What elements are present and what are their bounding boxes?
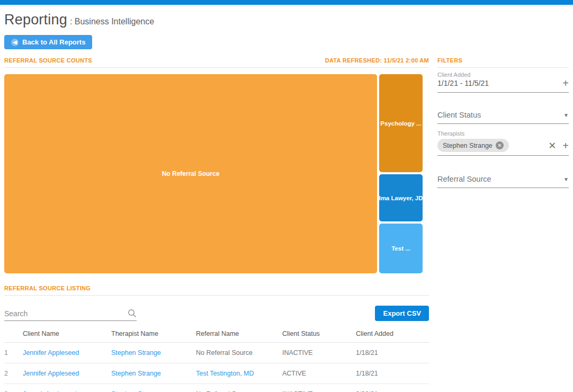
- client-added-label: Client Added: [437, 72, 569, 78]
- listing-section-divider: [4, 295, 429, 296]
- therapist-chip-label: Stephen Strange: [443, 142, 493, 149]
- treemap-node-test[interactable]: Test ...: [379, 224, 423, 273]
- back-arrow-icon: ◀: [11, 39, 19, 46]
- client-added-add-icon[interactable]: +: [562, 78, 569, 88]
- therapists-label: Therapists: [437, 130, 569, 137]
- client-name-link[interactable]: Jennifer Appleseed: [23, 349, 111, 357]
- client-added-cell: 1/18/21: [356, 349, 429, 357]
- client-status-cell: ACTIVE: [282, 370, 356, 377]
- search-field[interactable]: [4, 309, 137, 321]
- therapists-clear-icon[interactable]: ✕: [548, 141, 556, 150]
- treemap-node-no-referral-source[interactable]: No Referral Source: [4, 74, 377, 273]
- data-refreshed-label: DATA REFRESHED: 11/5/21 2:00 AM: [325, 57, 429, 64]
- filter-referral-source[interactable]: Referral Source ▼: [437, 175, 569, 188]
- treemap-node-ima-lawyer[interactable]: Ima Lawyer, JD: [379, 174, 423, 221]
- client-added-value[interactable]: 1/1/21 - 11/5/21: [437, 79, 489, 87]
- therapist-name-link[interactable]: Stephen Strange: [111, 370, 196, 377]
- treemap-right-column: Psychology ... Ima Lawyer, JD Test ...: [379, 74, 423, 273]
- treemap-node-psychology[interactable]: Psychology ...: [379, 74, 423, 172]
- filters-title: FILTERS: [437, 57, 462, 64]
- treemap-node-label: No Referral Source: [162, 170, 220, 177]
- search-icon[interactable]: [128, 309, 137, 318]
- therapist-name-link[interactable]: Stephen Strange: [111, 349, 196, 357]
- table-row: 1 Jennifer Appleseed Stephen Strange No …: [4, 343, 429, 363]
- top-bar-shadow: [0, 5, 573, 7]
- referral-source-label[interactable]: Referral Source: [437, 175, 491, 183]
- back-button-label: Back to All Reports: [22, 38, 85, 46]
- top-nav-bar: [0, 0, 573, 5]
- treemap-node-label: Psychology ...: [380, 120, 421, 127]
- export-csv-button[interactable]: Export CSV: [375, 306, 429, 321]
- referral-source-caret-icon[interactable]: ▼: [563, 176, 569, 182]
- client-status-cell: INACTIVE: [282, 349, 356, 357]
- page-header: Reporting : Business Intelligence: [4, 12, 569, 28]
- filters-divider: [437, 67, 569, 68]
- listing-section-title: REFERRAL SOURCE LISTING: [4, 285, 91, 291]
- row-number: 2: [4, 370, 23, 377]
- client-status-label[interactable]: Client Status: [437, 111, 481, 119]
- therapists-add-icon[interactable]: +: [562, 140, 569, 151]
- treemap-node-label: Test ...: [391, 245, 410, 252]
- referral-name-link[interactable]: Test Testington, MD: [196, 370, 282, 377]
- counts-section-title: REFERRAL SOURCE COUNTS: [4, 57, 92, 64]
- table-header-row: Client Name Therapist Name Referral Name…: [4, 325, 429, 343]
- therapist-chip[interactable]: Stephen Strange ✕: [437, 139, 509, 152]
- referral-source-treemap: No Referral Source Psychology ... Ima La…: [4, 74, 423, 273]
- therapist-chip-remove-icon[interactable]: ✕: [496, 141, 504, 149]
- filter-therapists[interactable]: Therapists Stephen Strange ✕ ✕ +: [437, 130, 569, 156]
- page-title: Reporting: [4, 12, 67, 28]
- filter-client-status[interactable]: Client Status ▼: [437, 111, 569, 124]
- client-name-link[interactable]: Jennifer Appleseed: [23, 370, 111, 377]
- treemap-node-label: Ima Lawyer, JD: [379, 195, 423, 201]
- search-input[interactable]: [4, 309, 121, 318]
- col-header-therapist-name: Therapist Name: [111, 330, 196, 337]
- client-status-caret-icon[interactable]: ▼: [563, 112, 569, 118]
- referral-source-table: Client Name Therapist Name Referral Name…: [4, 325, 429, 392]
- counts-section-divider: [4, 67, 429, 68]
- table-row: 2 Jennifer Appleseed Stephen Strange Tes…: [4, 363, 429, 384]
- referral-name-cell: No Referral Source: [196, 349, 282, 357]
- table-body: 1 Jennifer Appleseed Stephen Strange No …: [4, 343, 429, 392]
- filter-client-added[interactable]: Client Added 1/1/21 - 11/5/21 +: [437, 72, 569, 93]
- row-number: 1: [4, 349, 23, 357]
- col-header-referral-name: Referral Name: [196, 330, 282, 337]
- page-subtitle: : Business Intelligence: [70, 17, 154, 26]
- col-header-client-status: Client Status: [282, 330, 356, 337]
- col-header-client-name: Client Name: [23, 330, 111, 337]
- table-row: 3 Joseph Appleseed Stephen Strange No Re…: [4, 384, 429, 392]
- client-added-cell: 1/18/21: [356, 370, 429, 377]
- col-header-client-added: Client Added: [356, 330, 429, 337]
- back-to-all-reports-button[interactable]: ◀ Back to All Reports: [4, 35, 92, 49]
